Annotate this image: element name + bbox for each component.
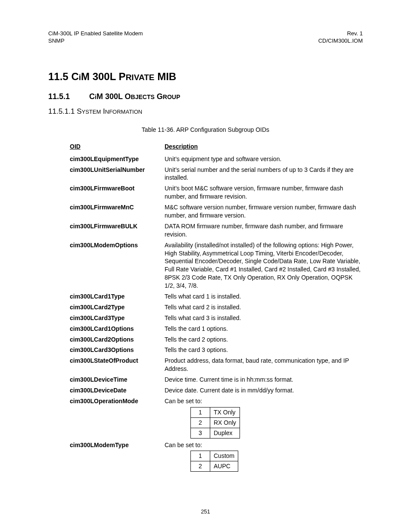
enum-value: Duplex (210, 428, 240, 438)
enum-number: 2 (191, 417, 210, 428)
description-cell: M&C software version number, firmware ve… (165, 203, 363, 220)
description-cell: Unit’s serial number and the serial numb… (165, 166, 363, 182)
oid-cell: cim300LCard3Options (70, 346, 165, 354)
header-left: CiM-300L IP Enabled Satellite ModemSNMP (48, 30, 143, 45)
page-footer: 251 (0, 508, 411, 515)
header-right-line1: Rev. 1 (347, 30, 363, 37)
oid-cell: cim300LCard2Type (70, 303, 165, 311)
oid-table: OID Description cim300LEquipmentTypeUnit… (70, 143, 363, 472)
oid-cell: cim300LFirmwareBULK (70, 222, 165, 239)
h1-text: CiM 300L PRIVATE MIB (71, 71, 176, 82)
header-left-line1: CiM-300L IP Enabled Satellite Modem (48, 30, 143, 37)
page: CiM-300L IP Enabled Satellite ModemSNMP … (0, 0, 411, 532)
enum-number: 1 (191, 451, 210, 461)
oid-cell: cim300LFirmwareMnC (70, 203, 165, 220)
description-cell: Tells the card 2 options. (165, 336, 363, 344)
header-left-line2: SNMP (48, 37, 65, 44)
oid-cell: cim300LModemType (70, 441, 165, 472)
oid-cell: cim300LCard3Type (70, 314, 165, 322)
heading-1: 11.5 CiM 300L PRIVATE MIB (48, 71, 363, 83)
oid-cell: cim300LOperationMode (70, 397, 165, 439)
enum-number: 2 (191, 461, 210, 472)
column-header-description: Description (165, 143, 363, 152)
enum-number: 3 (191, 428, 210, 438)
enum-value: TX Only (210, 407, 240, 417)
oid-cell: cim300LModemOptions (70, 241, 165, 290)
description-cell: Tells the card 1 options. (165, 325, 363, 333)
description-cell: Product address, data format, baud rate,… (165, 357, 363, 373)
oid-cell: cim300LFirmwareBoot (70, 184, 165, 201)
description-cell: Device date. Current date is in mm/dd/yy… (165, 386, 363, 395)
h3-text: SYSTEM INFORMATION (77, 107, 142, 115)
description-cell: Tells what card 2 is installed. (165, 303, 363, 311)
description-cell: Device time. Current time is in hh:mm:ss… (165, 376, 363, 384)
enum-value: AUPC (210, 461, 238, 472)
column-header-oid: OID (70, 143, 165, 152)
oid-cell: cim300LCard1Options (70, 325, 165, 333)
header-right-line2: CD/CIM300L.IOM (318, 37, 363, 44)
oid-cell: cim300LDeviceTime (70, 376, 165, 384)
description-cell: Tells the card 3 options. (165, 346, 363, 354)
h1-number: 11.5 (48, 71, 68, 82)
page-number: 251 (201, 508, 210, 515)
description-cell: Can be set to:1Custom2AUPC (165, 441, 363, 472)
header-right: Rev. 1CD/CIM300L.IOM (318, 30, 363, 45)
enum-value: RX Only (210, 417, 240, 428)
oid-cell: cim300LStateOfProduct (70, 357, 165, 373)
heading-3: 11.5.1.1 SYSTEM INFORMATION (48, 107, 363, 116)
oid-cell: cim300LDeviceDate (70, 386, 165, 395)
h2-text: CiM 300L OBJECTS GROUP (89, 92, 180, 101)
enum-table: 1TX Only2RX Only3Duplex (190, 407, 240, 439)
oid-cell: cim300LCard1Type (70, 292, 165, 301)
oid-cell: cim300LCard2Options (70, 336, 165, 344)
page-header: CiM-300L IP Enabled Satellite ModemSNMP … (48, 30, 363, 45)
heading-2: 11.5.1 CiM 300L OBJECTS GROUP (48, 92, 363, 101)
description-cell: Unit’s equipment type and software versi… (165, 155, 363, 163)
table-caption: Table 11-36. ARP Configuration Subgroup … (48, 126, 363, 133)
description-cell: Can be set to:1TX Only2RX Only3Duplex (165, 397, 363, 439)
oid-cell: cim300LEquipmentType (70, 155, 165, 163)
h3-number: 11.5.1.1 (48, 107, 75, 115)
h2-number: 11.5.1 (48, 92, 87, 101)
description-cell: Tells what card 3 is installed. (165, 314, 363, 322)
description-cell: Tells what card 1 is installed. (165, 292, 363, 301)
enum-value: Custom (210, 451, 238, 461)
description-cell: DATA ROM firmware number, firmware dash … (165, 222, 363, 239)
enum-number: 1 (191, 407, 210, 417)
oid-cell: cim300LUnitSerialNumber (70, 166, 165, 182)
enum-table: 1Custom2AUPC (190, 451, 238, 472)
description-cell: Unit’s boot M&C software version, firmwa… (165, 184, 363, 201)
description-cell: Availability (installed/not installed) o… (165, 241, 363, 290)
